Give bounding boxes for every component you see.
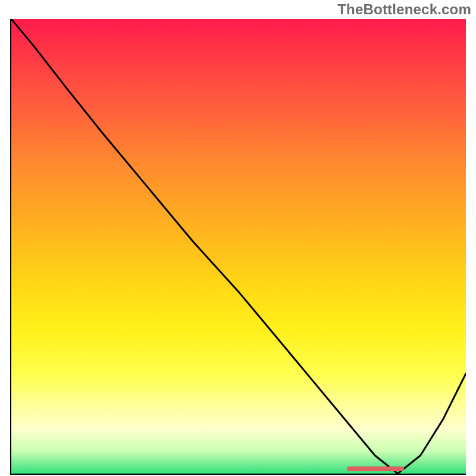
optimum-range-marker [347,466,404,471]
curve-polyline [11,19,466,474]
plot-area [10,19,466,475]
watermark-text: TheBottleneck.com [337,1,471,18]
bottleneck-chart: TheBottleneck.com [0,0,476,476]
bottleneck-curve [11,19,466,474]
